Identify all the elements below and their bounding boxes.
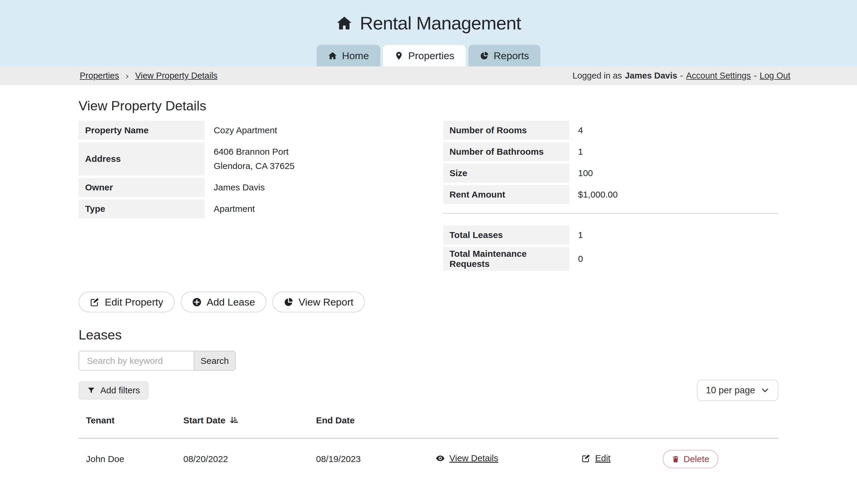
delete-lease-button[interactable]: Delete [663, 450, 718, 468]
detail-label: Total Maintenance Requests [443, 247, 569, 271]
leases-search-button[interactable]: Search [194, 351, 236, 371]
detail-row-rent: Rent Amount $1,000.00 [443, 185, 779, 204]
detail-value: $1,000.00 [569, 185, 627, 204]
app-header: Rental Management Home Properties Report… [0, 0, 857, 66]
tab-label: Reports [494, 50, 529, 62]
detail-label: Number of Bathrooms [443, 142, 569, 161]
detail-label: Size [443, 164, 569, 183]
breadcrumb-link-view-property-details[interactable]: View Property Details [135, 71, 218, 81]
property-details-left: Property Name Cozy Apartment Address 640… [79, 121, 414, 221]
add-lease-button[interactable]: Add Lease [181, 291, 267, 313]
chevron-down-icon [760, 386, 770, 395]
tab-properties[interactable]: Properties [383, 45, 466, 66]
detail-label: Total Leases [443, 225, 569, 245]
edit-lease-link[interactable]: Edit [582, 453, 611, 463]
detail-row-owner: Owner James Davis [79, 178, 414, 197]
detail-value: 1 [569, 225, 592, 245]
address-line-1: 6406 Brannon Port [214, 145, 295, 159]
details-divider [443, 213, 779, 214]
eye-icon [436, 454, 445, 463]
main-nav: Home Properties Reports [0, 45, 857, 66]
button-label: Add filters [100, 385, 140, 396]
map-pin-icon [394, 51, 403, 61]
detail-row-bathrooms: Number of Bathrooms 1 [443, 142, 779, 161]
filter-icon [87, 386, 95, 394]
lease-end-date: 08/19/2023 [316, 454, 436, 464]
detail-row-total-leases: Total Leases 1 [443, 225, 779, 245]
trash-icon [672, 455, 679, 463]
leases-section: Leases Search Add filters 10 per page Te… [79, 327, 778, 478]
session-dash: - [680, 71, 683, 81]
lease-edit-cell: Edit [582, 453, 663, 465]
leases-filters-row: Add filters 10 per page [79, 380, 778, 401]
detail-value: 100 [569, 164, 602, 183]
column-header-start-date[interactable]: Start Date [183, 415, 316, 425]
page-title: View Property Details [79, 98, 778, 114]
detail-row-property-name: Property Name Cozy Apartment [79, 121, 414, 140]
leases-title: Leases [79, 327, 778, 343]
leases-table-header: Tenant Start Date End Date [79, 408, 778, 439]
session-info: Logged in as James Davis - Account Setti… [573, 71, 790, 81]
per-page-select[interactable]: 10 per page [697, 380, 778, 401]
tab-home[interactable]: Home [317, 45, 380, 66]
property-details: Property Name Cozy Apartment Address 640… [79, 121, 778, 273]
sort-ascending-icon[interactable] [230, 416, 239, 425]
tab-reports[interactable]: Reports [468, 45, 540, 66]
edit-property-button[interactable]: Edit Property [79, 291, 175, 313]
plus-circle-icon [192, 297, 202, 307]
app-title: Rental Management [0, 13, 857, 34]
breadcrumb-link-properties[interactable]: Properties [80, 71, 119, 81]
per-page-value: 10 per page [706, 385, 755, 396]
property-details-right: Number of Rooms 4 Number of Bathrooms 1 … [443, 121, 779, 273]
house-icon [328, 51, 337, 61]
column-header-end-date: End Date [316, 415, 436, 425]
detail-value: 4 [569, 121, 592, 140]
detail-label: Number of Rooms [443, 121, 569, 140]
detail-label: Address [79, 142, 205, 175]
detail-row-rooms: Number of Rooms 4 [443, 121, 779, 140]
detail-value: 0 [569, 247, 592, 271]
link-label: View Details [449, 453, 499, 463]
button-label: Edit Property [105, 296, 163, 308]
main-content: View Property Details Property Name Cozy… [79, 98, 778, 504]
lease-view-cell: View Details [436, 453, 582, 465]
view-report-button[interactable]: View Report [272, 291, 365, 313]
view-details-link[interactable]: View Details [436, 453, 499, 463]
detail-value: 1 [569, 142, 592, 161]
column-header-label: Start Date [183, 415, 225, 425]
detail-row-type: Type Apartment [79, 199, 414, 218]
link-label: Edit [595, 453, 611, 463]
button-label: View Report [299, 296, 354, 308]
detail-row-total-maintenance: Total Maintenance Requests 0 [443, 247, 779, 271]
breadcrumb-separator: › [125, 71, 129, 81]
add-filters-button[interactable]: Add filters [79, 382, 149, 400]
edit-icon [90, 297, 100, 307]
pie-chart-icon [284, 297, 293, 307]
detail-label: Owner [79, 178, 205, 197]
detail-row-address: Address 6406 Brannon Port Glendora, CA 3… [79, 142, 414, 175]
leases-search-input[interactable] [79, 351, 194, 371]
detail-label: Type [79, 199, 205, 218]
column-header-tenant: Tenant [79, 415, 183, 425]
property-actions: Edit Property Add Lease View Report [79, 291, 778, 313]
leases-searchbar: Search [79, 351, 236, 371]
account-settings-link[interactable]: Account Settings [686, 71, 751, 81]
logout-link[interactable]: Log Out [760, 71, 790, 81]
button-label: Add Lease [207, 296, 255, 308]
detail-value: 6406 Brannon Port Glendora, CA 37625 [205, 142, 303, 175]
tab-label: Home [342, 50, 369, 62]
button-label: Delete [684, 454, 709, 464]
session-username: James Davis [625, 71, 677, 81]
pie-chart-icon [480, 51, 489, 61]
detail-value: James Davis [205, 178, 274, 197]
leases-table: Tenant Start Date End Date John Doe 08/2… [79, 408, 778, 478]
tab-label: Properties [408, 50, 454, 62]
detail-label: Rent Amount [443, 185, 569, 204]
session-dash: - [754, 71, 757, 81]
session-prefix: Logged in as [573, 71, 622, 81]
address-line-2: Glendora, CA 37625 [214, 159, 295, 173]
topbar: Properties › View Property Details Logge… [0, 66, 857, 85]
detail-value: Cozy Apartment [205, 121, 286, 140]
edit-icon [582, 454, 591, 463]
detail-row-size: Size 100 [443, 164, 779, 183]
